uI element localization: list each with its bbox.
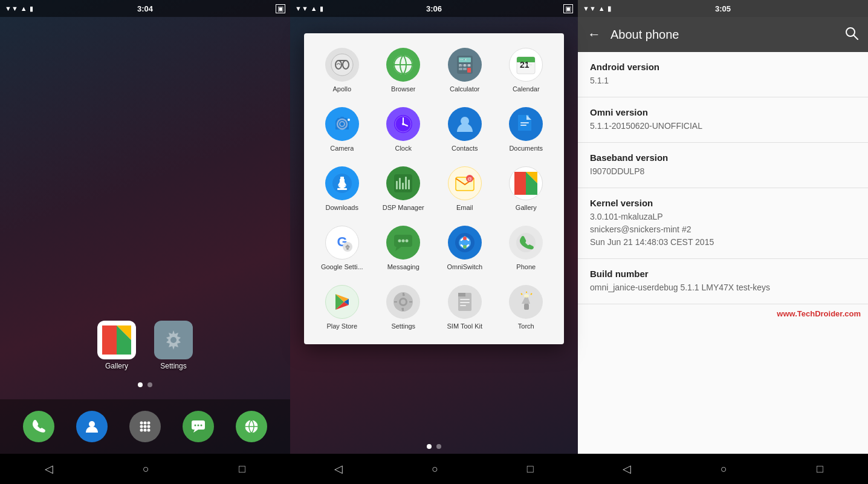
svg-point-13 <box>140 429 143 432</box>
about-nav-bar: ◁ ○ □ <box>578 454 868 484</box>
svg-point-11 <box>144 425 147 428</box>
gallery-label: Gallery <box>516 204 537 211</box>
drawer-item-clock[interactable]: Clock <box>375 102 432 157</box>
drawer-item-email[interactable]: @ Email <box>436 162 493 216</box>
svg-line-116 <box>853 35 858 39</box>
build-number-title: Build number <box>590 269 856 279</box>
drawer-status-right: ▣ <box>563 4 573 13</box>
svg-point-49 <box>348 119 350 121</box>
contacts-label: Contacts <box>452 145 478 152</box>
svg-line-114 <box>521 293 522 295</box>
drawer-item-calendar[interactable]: 21 Calendar <box>498 43 555 97</box>
section-android-version[interactable]: Android version 5.1.1 <box>578 52 868 97</box>
about-search-button[interactable] <box>845 27 858 43</box>
drawer-dot-1 <box>427 444 432 449</box>
section-baseband-version[interactable]: Baseband version I9070DDULP8 <box>578 143 868 188</box>
drawer-item-gallery[interactable]: Gallery <box>498 162 555 216</box>
page-dots <box>0 382 290 387</box>
apollo-icon <box>325 48 359 82</box>
about-nav-back[interactable]: ◁ <box>623 462 631 476</box>
drawer-item-settings[interactable]: Settings <box>375 280 432 335</box>
svg-text:─ ×: ─ × <box>459 57 467 62</box>
svg-rect-64 <box>340 179 345 186</box>
home-app-gallery[interactable]: Gallery <box>97 321 136 370</box>
svg-text:@: @ <box>467 176 472 182</box>
dock-contacts[interactable] <box>76 411 108 442</box>
about-nav-recent[interactable]: □ <box>817 463 823 476</box>
google-settings-label: Google Setti... <box>321 263 363 270</box>
about-battery-icon: ▮ <box>607 5 611 13</box>
drawer-item-playstore[interactable]: Play Store <box>314 280 371 335</box>
nav-back[interactable]: ◁ <box>45 462 53 476</box>
drawer-item-contacts[interactable]: Contacts <box>436 102 493 157</box>
dock-phone[interactable] <box>23 411 54 442</box>
drawer-nav-home[interactable]: ○ <box>432 463 438 476</box>
dock-browser[interactable] <box>236 411 267 442</box>
about-wifi-icon: ▼▼ <box>583 5 596 12</box>
svg-rect-108 <box>460 305 466 306</box>
status-bar-drawer: ▼▼ ▲ ▮ 3:06 ▣ <box>290 0 578 17</box>
drawer-item-calculator[interactable]: − + ─ × 7 8 9 Calculator <box>436 43 493 97</box>
svg-text:9: 9 <box>468 64 470 67</box>
drawer-item-dsp[interactable]: DSP Manager <box>375 162 432 216</box>
android-version-value: 5.1.1 <box>590 74 856 87</box>
wifi-icon: ▼▼ <box>5 5 18 12</box>
calculator-label: Calculator <box>450 85 480 93</box>
simtoolkit-icon <box>448 285 482 319</box>
drawer-item-phone[interactable]: Phone <box>498 221 555 275</box>
drawer-item-messaging[interactable]: Messaging <box>375 221 432 275</box>
svg-rect-38 <box>467 68 471 73</box>
svg-point-54 <box>402 123 404 125</box>
home-icon-row: Gallery Settings <box>97 321 193 370</box>
home-icons-grid: Gallery Settings <box>0 321 290 370</box>
about-signal-icon: ▲ <box>598 5 605 12</box>
omni-version-value: 5.1.1-20150620-UNOFFICIAL <box>590 120 856 132</box>
about-nav-home[interactable]: ○ <box>721 463 727 476</box>
section-build-number[interactable]: Build number omni_janice-userdebug 5.1.1… <box>578 259 868 304</box>
drawer-item-torch[interactable]: Torch <box>498 280 555 335</box>
drawer-item-google-settings[interactable]: G Google Setti... <box>314 221 371 275</box>
drawer-item-downloads[interactable]: Downloads <box>314 162 371 216</box>
omni-version-title: Omni version <box>590 107 856 117</box>
drawer-item-documents[interactable]: Documents <box>498 102 555 157</box>
svg-point-99 <box>401 299 406 304</box>
svg-rect-58 <box>520 122 529 123</box>
dock-app-drawer[interactable] <box>129 411 161 442</box>
contacts-icon <box>448 107 482 141</box>
phone-label: Phone <box>516 263 536 270</box>
drawer-item-apollo[interactable]: Apollo <box>314 43 371 97</box>
kernel-version-value: 3.0.101-mkaluzaLP snickers@snickers-mint… <box>590 211 856 249</box>
drawer-item-camera[interactable]: Camera <box>314 102 371 157</box>
section-kernel-version[interactable]: Kernel version 3.0.101-mkaluzaLP snicker… <box>578 188 868 259</box>
status-icons-left: ▼▼ ▲ ▮ <box>5 5 33 13</box>
messaging-icon <box>386 226 420 260</box>
nav-recent[interactable]: □ <box>239 463 245 476</box>
nav-home[interactable]: ○ <box>143 463 149 476</box>
drawer-signal-icon: ▲ <box>311 5 317 12</box>
svg-text:8: 8 <box>464 64 465 67</box>
clock-icon <box>386 107 420 141</box>
clock-label: Clock <box>395 145 412 152</box>
about-toolbar: ← About phone <box>578 17 868 52</box>
home-nav-bar: ◁ ○ □ <box>0 454 290 484</box>
svg-point-92 <box>516 233 536 252</box>
drawer-item-simtoolkit[interactable]: SIM Tool Kit <box>436 280 493 335</box>
drawer-nav-back[interactable]: ◁ <box>334 462 343 476</box>
svg-rect-103 <box>409 301 412 302</box>
drawer-grid: Apollo Browser <box>314 43 554 335</box>
drawer-photo-icon: ▣ <box>563 4 573 13</box>
home-app-settings[interactable]: Settings <box>154 321 193 370</box>
about-time: 3:05 <box>715 4 731 13</box>
drawer-item-omniswitch[interactable]: OmniSwitch <box>436 221 493 275</box>
drawer-dot-2 <box>436 444 441 449</box>
drawer-item-browser[interactable]: Browser <box>375 43 432 97</box>
dsp-label: DSP Manager <box>383 204 424 211</box>
svg-point-18 <box>198 425 199 427</box>
section-omni-version[interactable]: Omni version 5.1.1-20150620-UNOFFICIAL <box>578 97 868 143</box>
drawer-nav-recent[interactable]: □ <box>527 463 534 476</box>
about-back-button[interactable]: ← <box>588 27 601 42</box>
svg-point-12 <box>147 425 151 428</box>
baseband-version-title: Baseband version <box>590 152 856 163</box>
home-dock <box>0 399 290 454</box>
dock-messaging[interactable] <box>183 411 214 442</box>
